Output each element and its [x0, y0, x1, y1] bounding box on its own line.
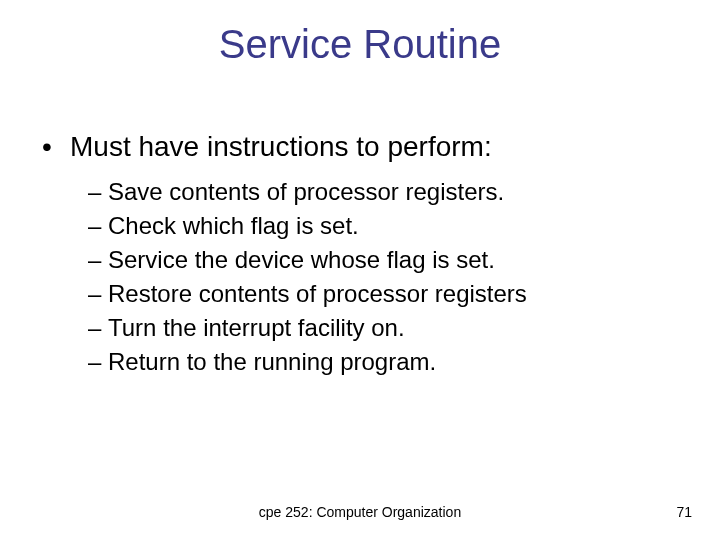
- bullet-level2: – Save contents of processor registers.: [88, 176, 680, 208]
- bullet-level2: – Turn the interrupt facility on.: [88, 312, 680, 344]
- bullet-level2: – Return to the running program.: [88, 346, 680, 378]
- bullet-level1-text: Must have instructions to perform:: [70, 130, 492, 164]
- slide-title: Service Routine: [0, 22, 720, 67]
- dash-icon: –: [88, 346, 108, 378]
- footer-course: cpe 252: Computer Organization: [0, 504, 720, 520]
- slide: Service Routine • Must have instructions…: [0, 0, 720, 540]
- bullet-level1: • Must have instructions to perform:: [42, 130, 680, 164]
- slide-body: • Must have instructions to perform: – S…: [42, 130, 680, 380]
- bullet-level2-text: Return to the running program.: [108, 346, 436, 378]
- dash-icon: –: [88, 278, 108, 310]
- dash-icon: –: [88, 176, 108, 208]
- dash-icon: –: [88, 244, 108, 276]
- bullet-level2: – Restore contents of processor register…: [88, 278, 680, 310]
- bullet-dot-icon: •: [42, 130, 70, 164]
- bullet-level2: – Check which flag is set.: [88, 210, 680, 242]
- dash-icon: –: [88, 312, 108, 344]
- dash-icon: –: [88, 210, 108, 242]
- bullet-level2-text: Service the device whose flag is set.: [108, 244, 495, 276]
- bullet-level2-text: Turn the interrupt facility on.: [108, 312, 405, 344]
- bullet-level2-text: Save contents of processor registers.: [108, 176, 504, 208]
- bullet-level2: – Service the device whose flag is set.: [88, 244, 680, 276]
- bullet-level2-text: Restore contents of processor registers: [108, 278, 527, 310]
- bullet-level2-text: Check which flag is set.: [108, 210, 359, 242]
- footer-page-number: 71: [676, 504, 692, 520]
